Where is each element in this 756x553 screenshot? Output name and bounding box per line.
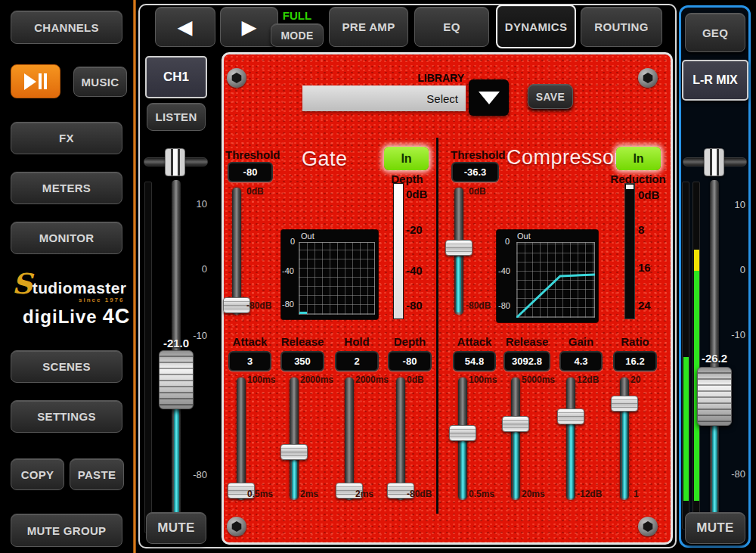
comp-attack-slider-fill [460,441,466,499]
gate-release-slider-handle[interactable] [280,444,308,460]
comp-param-max: 5000ms [522,374,555,385]
gate-graph-grid [299,242,375,315]
channel-fader-handle[interactable] [159,350,194,409]
comp-param-value: 4.3 [559,351,603,371]
meter-fill-yellow [694,250,699,271]
comp-graph-out-label: Out [517,231,531,241]
gate-param-min: -80dB [407,489,432,499]
pan-slider-handle[interactable] [165,148,185,176]
gate-param-max: 0dB [407,374,424,385]
gate-param-value: -80 [388,351,432,371]
listen-button[interactable]: LISTEN [147,103,206,131]
master-pan-slider-handle[interactable] [704,148,724,176]
gate-param-label: Release [280,335,324,348]
geq-button[interactable]: GEQ [685,13,745,52]
comp-param-min: 0.5ms [469,489,494,499]
next-channel-button[interactable]: ▶ [220,7,278,47]
comp-param-label: Ratio [613,335,657,348]
tab-dynamics[interactable]: DYNAMICS [496,5,576,48]
gate-param-max: 2000ms [355,374,389,385]
sidebar-item-meters[interactable]: METERS [11,172,122,204]
master-fader-value: -26.2 [694,352,735,365]
prev-channel-button[interactable]: ◀ [155,7,215,47]
gate-threshold-max-label: 0dB [246,186,264,197]
channel-fader-value: -21.0 [156,337,197,350]
gate-in-button[interactable]: In [384,147,429,170]
save-button[interactable]: SAVE [528,84,573,109]
master-mute-button[interactable]: MUTE [685,512,745,544]
gate-graph-out-label: Out [301,231,314,241]
pause-bar-icon [39,73,42,89]
tab-eq[interactable]: EQ [414,7,489,47]
product-logo: digiLive4C [23,305,130,328]
product-name: digiLive [23,306,98,328]
comp-in-button[interactable]: In [616,147,661,170]
brand-tagline: since 1976 [79,297,124,303]
gate-attack-slider-track[interactable] [237,377,246,500]
mute-group-button[interactable]: MUTE GROUP [11,514,122,547]
play-icon [24,73,36,90]
sidebar-item-music[interactable]: MUSIC [73,67,127,97]
gate-threshold-slider-track[interactable] [232,188,241,315]
gate-threshold-min-label: -80dB [246,300,271,311]
library-select[interactable]: Select [302,85,466,111]
sidebar-divider [133,0,136,553]
gate-param-max: 100ms [247,374,275,385]
comp-ratio-slider-handle[interactable] [611,396,638,412]
comp-param-max: 20 [631,374,640,385]
gate-param-label: Attack [228,335,271,348]
sidebar-item-scenes[interactable]: SCENES [11,350,122,383]
comp-threshold-label: Threshold [451,148,506,161]
gate-depth-slider-track[interactable] [396,377,405,500]
gate-param-min: 2ms [300,489,318,499]
mode-status-label: FULL [271,9,324,22]
comp-reduction-meter [624,183,635,319]
gate-param-min: 2ms [355,489,373,499]
paste-button[interactable]: PASTE [70,458,124,490]
comp-meter-tick: 8 [638,223,644,236]
comp-release-slider-handle[interactable] [502,416,529,432]
mode-button[interactable]: MODE [271,23,324,47]
comp-param-max: 100ms [469,374,497,385]
comp-meter-tick: 24 [638,299,651,312]
channel-select-button[interactable]: CH1 [145,56,207,98]
play-pause-button[interactable] [11,64,60,98]
comp-param-min: 1 [634,489,639,499]
screw-icon [638,517,658,536]
comp-curve [516,242,595,318]
channel-level-meter [144,182,152,533]
tab-routing[interactable]: ROUTING [581,7,662,47]
gate-graph-tick: 0 [290,237,295,246]
comp-attack-slider-handle[interactable] [449,425,476,441]
master-fader-handle[interactable] [697,367,732,426]
sidebar-item-fx[interactable]: FX [11,122,122,154]
chevron-down-icon [479,92,500,104]
comp-param-label: Attack [453,335,496,348]
comp-param-value: 3092.8 [503,351,550,371]
comp-param-min: 20ms [522,489,545,499]
arrow-right-icon: ▶ [242,17,256,38]
comp-ratio-slider-fill [622,412,627,499]
channel-fader-fill [174,409,179,530]
sidebar-item-monitor[interactable]: MONITOR [11,222,122,254]
comp-gain-slider-handle[interactable] [557,409,584,424]
gate-param-min: 0.5ms [247,489,273,499]
comp-graph-tick: -80 [498,301,510,310]
sidebar-item-channels[interactable]: CHANNELS [11,11,122,44]
gate-threshold-value: -80 [228,162,273,182]
comp-threshold-slider-handle[interactable] [445,240,472,256]
copy-button[interactable]: COPY [11,458,64,490]
sidebar-item-settings[interactable]: SETTINGS [11,400,122,433]
master-select-button[interactable]: L-R MIX [682,60,748,101]
gate-hold-slider-track[interactable] [345,377,354,500]
comp-threshold-value: -36.3 [451,162,499,182]
gate-param-value: 2 [335,351,379,371]
channel-mute-button[interactable]: MUTE [146,512,206,544]
gate-depth-meter-label: Depth [385,172,429,185]
master-scale-tick: 10 [724,199,745,210]
tab-pre-amp[interactable]: PRE AMP [329,7,408,47]
gate-graph-tick: -80 [282,300,294,309]
comp-threshold-max-label: 0dB [469,186,486,197]
library-dropdown-button[interactable] [469,79,509,116]
comp-threshold-slider-fill [456,256,461,312]
